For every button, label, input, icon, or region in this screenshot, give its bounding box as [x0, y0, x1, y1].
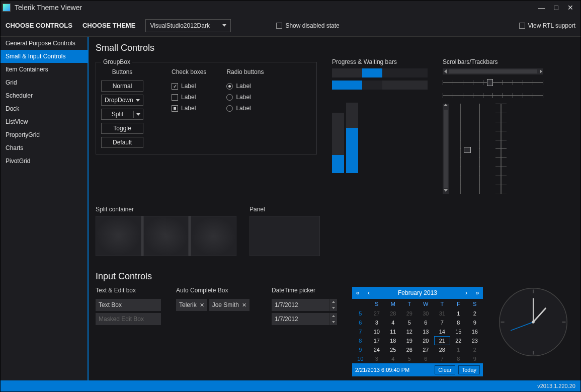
calendar-day[interactable]: 26 — [401, 345, 418, 354]
toggle-button[interactable]: Toggle — [101, 123, 143, 134]
calendar-day[interactable]: 23 — [467, 336, 483, 345]
slider-thumb[interactable] — [487, 79, 493, 86]
calendar-day[interactable]: 18 — [385, 336, 401, 345]
vertical-trackbar[interactable] — [472, 104, 487, 194]
calendar-day[interactable]: 3 — [369, 354, 385, 363]
calendar-day-header: T — [401, 299, 418, 309]
calendar-day[interactable]: 14 — [434, 327, 451, 336]
minimize-icon[interactable]: — — [538, 4, 545, 12]
calendar-day[interactable]: 28 — [434, 345, 451, 354]
horizontal-trackbar[interactable] — [443, 77, 543, 88]
calendar-day[interactable]: 1 — [450, 309, 467, 318]
calendar-day[interactable]: 21 — [434, 336, 451, 345]
calendar-day[interactable]: 2 — [467, 309, 483, 318]
calendar-day[interactable]: 12 — [401, 327, 418, 336]
theme-dropdown[interactable]: VisualStudio2012Dark — [145, 19, 231, 32]
calendar-day[interactable]: 9 — [467, 318, 483, 327]
calendar-day[interactable]: 29 — [401, 309, 418, 318]
calendar-day[interactable]: 8 — [450, 318, 467, 327]
vertical-trackbar[interactable] — [453, 104, 468, 194]
close-icon[interactable]: ✕ — [200, 299, 204, 311]
calendar-day[interactable]: 1 — [450, 345, 467, 354]
sidebar-item[interactable]: General Purpose Controls — [1, 37, 88, 50]
masked-edit-input[interactable]: Masked Edit Box — [96, 313, 161, 325]
calendar-today-button[interactable]: Today — [458, 365, 480, 374]
calendar-day[interactable]: 5 — [401, 354, 418, 363]
checkbox-indeterminate[interactable]: Label — [172, 105, 206, 112]
calendar-next-icon[interactable]: › — [461, 289, 472, 296]
calendar-day[interactable]: 30 — [418, 309, 434, 318]
split-button[interactable]: Split — [101, 109, 143, 120]
calendar-clear-button[interactable]: Clear — [435, 365, 455, 374]
calendar-last-icon[interactable]: » — [472, 289, 483, 296]
calendar-day[interactable]: 4 — [385, 354, 401, 363]
chevron-down-icon[interactable] — [134, 111, 143, 118]
radio-selected[interactable]: Label — [226, 83, 264, 90]
buttons-header: Buttons — [101, 68, 143, 75]
sidebar-item[interactable]: Item Containers — [1, 63, 88, 76]
calendar-day[interactable]: 31 — [434, 309, 451, 318]
calendar-day[interactable]: 22 — [450, 336, 467, 345]
autocomplete-input[interactable]: Telerik✕ Joe Smith✕ — [176, 299, 257, 311]
calendar-day[interactable]: 20 — [418, 336, 434, 345]
sidebar-item[interactable]: Scheduler — [1, 89, 88, 102]
close-icon[interactable]: ✕ — [567, 4, 573, 12]
horizontal-scrollbar[interactable] — [443, 68, 543, 74]
calendar-day[interactable]: 27 — [369, 309, 385, 318]
slider-thumb[interactable] — [464, 147, 471, 153]
calendar-day[interactable]: 27 — [418, 345, 434, 354]
close-icon[interactable]: ✕ — [242, 299, 246, 311]
sidebar-item[interactable]: Grid — [1, 76, 88, 89]
calendar-day[interactable]: 7 — [434, 354, 451, 363]
calendar-day[interactable]: 5 — [401, 318, 418, 327]
sidebar-item[interactable]: Small & Input Controls — [1, 50, 88, 63]
vertical-scrollbar[interactable] — [443, 104, 449, 194]
view-rtl-checkbox[interactable]: View RTL support — [519, 22, 576, 29]
dropdown-button[interactable]: DropDown — [101, 95, 143, 106]
vertical-trackbar-wide[interactable] — [491, 104, 511, 194]
calendar-day[interactable]: 3 — [369, 318, 385, 327]
calendar-day[interactable]: 11 — [385, 327, 401, 336]
calendar-day[interactable]: 9 — [467, 354, 483, 363]
calendar-day[interactable]: 8 — [450, 354, 467, 363]
calendar[interactable]: « ‹ February 2013 › » SMTWTFS52728293031… — [352, 287, 483, 376]
calendar-day[interactable]: 15 — [450, 327, 467, 336]
radio-unselected[interactable]: Label — [226, 105, 264, 112]
horizontal-trackbar[interactable] — [443, 91, 543, 101]
sidebar-item[interactable]: PropertyGrid — [1, 128, 88, 141]
calendar-day[interactable]: 25 — [385, 345, 401, 354]
calendar-day[interactable]: 28 — [385, 309, 401, 318]
calendar-day[interactable]: 2 — [467, 345, 483, 354]
split-container[interactable] — [96, 216, 236, 256]
datetime-picker-1[interactable]: 1/7/2012 — [272, 299, 337, 311]
sidebar-item[interactable]: Charts — [1, 141, 88, 154]
calendar-day[interactable]: 6 — [418, 318, 434, 327]
calendar-day[interactable]: 7 — [434, 318, 451, 327]
sidebar-item[interactable]: PivotGrid — [1, 154, 88, 168]
normal-button[interactable]: Normal — [101, 81, 143, 92]
sidebar-item[interactable]: Dock — [1, 102, 88, 115]
calendar-day[interactable]: 19 — [401, 336, 418, 345]
checkboxes-column: Check boxes ✓Label Label Label — [172, 68, 206, 148]
calendar-day[interactable]: 6 — [418, 354, 434, 363]
text-box-input[interactable]: Text Box — [96, 299, 161, 311]
calendar-day[interactable]: 10 — [369, 327, 385, 336]
maximize-icon[interactable]: □ — [554, 4, 558, 12]
calendar-day-header: M — [385, 299, 401, 309]
calendar-day[interactable]: 17 — [369, 336, 385, 345]
calendar-day[interactable]: 24 — [369, 345, 385, 354]
calendar-week-number: 6 — [352, 318, 369, 327]
chevron-down-icon — [136, 99, 140, 102]
calendar-prev-icon[interactable]: ‹ — [363, 289, 374, 296]
checkbox-unchecked[interactable]: Label — [172, 94, 206, 101]
radio-unselected[interactable]: Label — [226, 94, 264, 101]
calendar-day[interactable]: 16 — [467, 327, 483, 336]
calendar-first-icon[interactable]: « — [352, 289, 363, 296]
checkbox-checked[interactable]: ✓Label — [172, 83, 206, 90]
default-button[interactable]: Default — [101, 137, 143, 148]
calendar-day[interactable]: 4 — [385, 318, 401, 327]
show-disabled-checkbox[interactable]: Show disabled state — [276, 22, 339, 29]
calendar-day[interactable]: 13 — [418, 327, 434, 336]
sidebar-item[interactable]: ListView — [1, 115, 88, 128]
datetime-picker-2[interactable]: 1/7/2012 — [272, 313, 337, 325]
